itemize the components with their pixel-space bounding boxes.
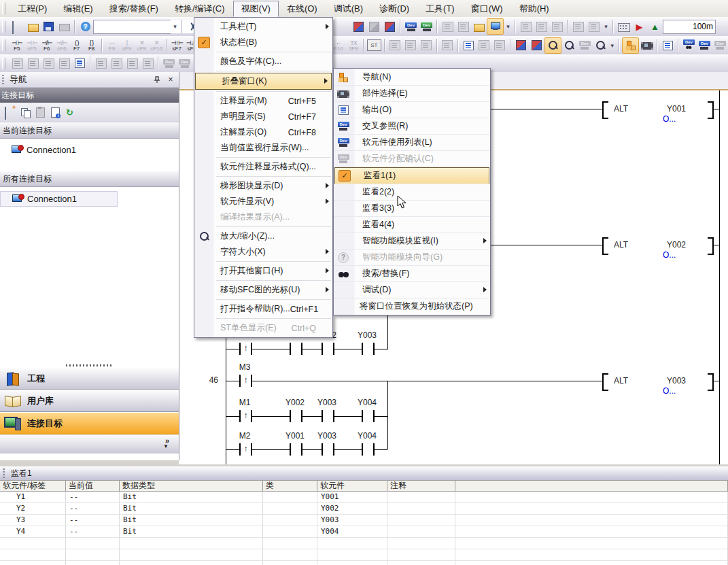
watch-jump-button[interactable] bbox=[455, 19, 471, 34]
new-project-button[interactable] bbox=[10, 19, 25, 34]
contact-y002[interactable] bbox=[322, 343, 334, 355]
sidebar-item-user-library[interactable]: 用户库 bbox=[0, 390, 179, 412]
close-contact-button[interactable]: ⊣/⊢F6 bbox=[39, 37, 54, 54]
vline-button[interactable]: |sF9 bbox=[119, 37, 134, 54]
menu-view[interactable]: 视图(V) bbox=[233, 1, 279, 17]
delete-hline-button[interactable]: ✕cF9 bbox=[134, 37, 149, 54]
simulation-check-button[interactable]: ▲ bbox=[647, 19, 663, 34]
menu-find-replace[interactable]: 搜索/替换(F) bbox=[101, 1, 167, 17]
contact-m1[interactable] bbox=[239, 410, 252, 422]
copy-connection-button[interactable] bbox=[21, 108, 30, 117]
dm-intelligent-module-monitor[interactable]: 智能功能模块监视(I) bbox=[334, 233, 490, 250]
write-mode-button[interactable] bbox=[561, 38, 577, 53]
vm-device-display[interactable]: 软元件显示(V) bbox=[194, 194, 332, 209]
dm-watch4[interactable]: 监看4(4) bbox=[334, 217, 490, 233]
zoom-button[interactable] bbox=[593, 38, 608, 53]
col-current-value[interactable]: 当前值 bbox=[66, 480, 120, 492]
toolbar2-grip[interactable] bbox=[2, 39, 5, 51]
inline-tool-2[interactable] bbox=[534, 19, 549, 34]
line-erase-button[interactable] bbox=[529, 38, 544, 53]
coil-button[interactable]: ( )F7 bbox=[69, 37, 84, 54]
vm-docking-window[interactable]: 折叠窗口(K) bbox=[195, 73, 332, 90]
dm-debug[interactable]: 调试(D) bbox=[334, 282, 490, 298]
contact-y001b[interactable] bbox=[290, 443, 302, 456]
vm-statement-display[interactable]: 声明显示(S)Ctrl+F7 bbox=[194, 109, 332, 124]
vm-note-display[interactable]: 注解显示(O)Ctrl+F8 bbox=[194, 124, 332, 140]
build-tool-3[interactable] bbox=[124, 56, 140, 71]
vm-compile-result[interactable]: 编译结果显示(A)... bbox=[194, 209, 332, 225]
vm-device-comment-format[interactable]: 软元件注释显示格式(Q)... bbox=[194, 159, 332, 175]
dm-find-replace[interactable]: 搜索/替换(F) bbox=[334, 266, 490, 282]
dev-read-button[interactable]: Dev bbox=[177, 56, 192, 71]
menu-debug[interactable]: 调试(B) bbox=[326, 1, 371, 17]
contact-y001[interactable] bbox=[290, 343, 302, 355]
dm-element-selection[interactable]: 部件选择(E) bbox=[334, 86, 490, 102]
statement-edit-button[interactable] bbox=[476, 38, 492, 53]
note-edit-button[interactable] bbox=[492, 38, 508, 53]
dock-device-assignment-button[interactable]: Dev bbox=[712, 38, 728, 53]
watch-table[interactable]: 软元件/标签 当前值 数据类型 类 软元件 注释 Y1-- Bit Y001 Y… bbox=[0, 480, 728, 565]
watch-row-empty[interactable] bbox=[0, 538, 728, 549]
contact-y003b[interactable] bbox=[322, 410, 334, 422]
new-connection-button[interactable]: + bbox=[5, 107, 15, 117]
vm-current-value-row[interactable]: 当前值监视行显示(W)... bbox=[194, 140, 332, 156]
edit-tool-4[interactable] bbox=[440, 38, 455, 53]
tx-button[interactable]: TX3F9 bbox=[346, 37, 361, 54]
menu-help[interactable]: 帮助(H) bbox=[511, 1, 557, 17]
menubar-grip[interactable] bbox=[2, 3, 5, 14]
comment-edit-button[interactable] bbox=[461, 38, 476, 53]
watch-row[interactable]: Y3-- Bit Y003 bbox=[0, 515, 728, 526]
dock-navigation-button[interactable] bbox=[622, 37, 639, 54]
contact-m4[interactable] bbox=[239, 343, 252, 355]
sidebar-item-connection[interactable]: 连接目标 bbox=[0, 412, 179, 434]
col-class[interactable]: 类 bbox=[263, 480, 317, 492]
dm-watch1[interactable]: ✓ 监看1(1) bbox=[334, 167, 489, 184]
edit-tool-1[interactable] bbox=[387, 38, 403, 53]
device-test-button[interactable]: Dev bbox=[577, 38, 593, 53]
vm-color-font[interactable]: 颜色及字体(C)... bbox=[194, 54, 332, 69]
dm-output[interactable]: 输出(O) bbox=[334, 102, 490, 118]
menu-window[interactable]: 窗口(W) bbox=[463, 1, 511, 17]
panel-grip[interactable] bbox=[2, 75, 4, 84]
contact-y003c[interactable] bbox=[322, 443, 334, 456]
reference-window-button[interactable] bbox=[471, 19, 487, 34]
inline-tool-5[interactable] bbox=[586, 19, 602, 34]
vm-move-sfc-cursor[interactable]: 移动SFC图的光标(U) bbox=[194, 282, 332, 298]
build-tool-2[interactable] bbox=[109, 56, 124, 71]
toolbar1-overflow-3[interactable]: ▾ bbox=[602, 23, 610, 30]
watch-row-empty[interactable] bbox=[0, 561, 728, 565]
hline-button[interactable]: —F9 bbox=[105, 37, 120, 54]
col-extra[interactable] bbox=[455, 480, 728, 492]
contact-y004[interactable] bbox=[362, 410, 375, 422]
vm-statusbar[interactable]: ✓ 状态栏(B) bbox=[194, 35, 332, 50]
watch-row[interactable]: Y4-- Bit Y004 bbox=[0, 526, 728, 538]
toolbar2-overflow[interactable]: ▾ bbox=[608, 42, 617, 49]
edit-tool-3[interactable] bbox=[419, 38, 434, 53]
contact-y004b[interactable] bbox=[362, 443, 375, 456]
edit-tool-2[interactable] bbox=[403, 38, 419, 53]
monitor-stop-button[interactable] bbox=[366, 19, 382, 34]
scan-time-box[interactable] bbox=[663, 20, 716, 34]
close-branch-button[interactable]: ⊣/⊢sF6 bbox=[54, 37, 69, 54]
dm-navigation[interactable]: 导航(N) bbox=[334, 69, 490, 86]
watch-row-empty[interactable] bbox=[0, 549, 728, 561]
vm-ladder-block[interactable]: 梯形图块显示(D) bbox=[194, 178, 332, 194]
vm-text-size[interactable]: 字符大小(X) bbox=[194, 244, 332, 260]
st-inline-button[interactable]: ST bbox=[366, 38, 382, 53]
inline-tool-4[interactable] bbox=[570, 19, 586, 34]
menu-tools[interactable]: 工具(T) bbox=[417, 1, 463, 17]
scan-time-input[interactable] bbox=[663, 22, 715, 31]
connection-item-current[interactable]: Connection1 bbox=[0, 143, 179, 157]
col-comment[interactable]: 注释 bbox=[387, 480, 455, 492]
pin-icon[interactable] bbox=[152, 74, 162, 85]
dm-device-assignment[interactable]: Dev 软元件分配确认(C) bbox=[334, 151, 490, 167]
watch-titlebar[interactable]: 监看1 bbox=[0, 466, 728, 481]
toolbar1-grip[interactable] bbox=[2, 21, 5, 33]
simulation-settings-button[interactable] bbox=[616, 19, 631, 34]
menu-diagnostics[interactable]: 诊断(D) bbox=[371, 1, 417, 17]
vm-st-monochrome[interactable]: ST单色显示(E)Ctrl+Q bbox=[194, 320, 332, 336]
monitor-start-button[interactable] bbox=[351, 19, 366, 34]
rising-pulse-button[interactable]: ⊣↑⊢sF7 bbox=[169, 37, 184, 54]
program-check-button[interactable] bbox=[72, 56, 88, 71]
help-button[interactable]: ? bbox=[77, 19, 93, 34]
